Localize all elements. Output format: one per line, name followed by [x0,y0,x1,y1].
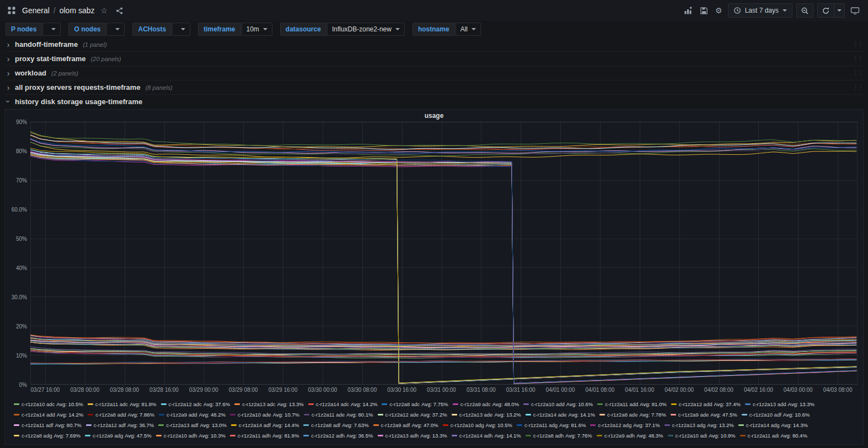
legend-item[interactable]: c-r1z2a8 adiAvg: 7.64% [231,442,296,444]
legend-item[interactable]: c-r1z2a12 adeAvg: 37.2% [378,411,447,418]
legend-item[interactable]: c-r1z2a8 addAvg: 7.86% [88,411,154,418]
dashboards-grid-icon[interactable] [6,3,18,18]
legend-item[interactable]: c-r1z2a11 adgAvg: 81.6% [517,422,586,429]
legend-item[interactable]: c-r1z2a9 adcAvg: 48.0% [453,401,519,408]
legend-item[interactable]: c-r1z2a12 adgAvg: 37.1% [590,422,660,429]
legend-item[interactable]: c-r1z2a14 adiAvg: 14.1% [158,442,226,444]
legend-item[interactable]: c-r1z2a8 adjAvg: 7.84% [730,442,795,444]
variable-value-dropdown[interactable]: All [456,23,481,36]
legend-item[interactable]: c-r1z2a10 adjAvg: 10.5% [369,442,437,444]
legend-item[interactable]: c-r1z2a12 adfAvg: 36.7% [86,422,154,429]
variable-value-dropdown[interactable] [42,23,61,36]
legend-item[interactable]: c-r1z2a13 adiAvg: 13.4% [86,442,154,444]
legend-item[interactable]: c-r1z2a13 adeAvg: 13.2% [452,411,521,418]
variable-label[interactable]: P nodes [6,23,42,36]
legend-item[interactable]: c-r1z2a10 adcAvg: 10.5% [14,401,83,408]
legend-item[interactable]: c-r1z2a11 adeAvg: 80.1% [304,411,373,418]
legend-item[interactable]: c-r1z2a14 adcAvg: 14.2% [308,401,378,408]
variable-label[interactable]: timeframe [198,23,240,36]
legend-item[interactable]: c-r1z2a10 adiAvg: 10.9% [668,432,736,439]
legend-item[interactable]: c-r1z2a9 adhAvg: 48.3% [597,432,663,439]
breadcrumb[interactable]: General / olom sabz [22,6,95,15]
legend-item[interactable]: c-r1z2a14 adhAvg: 14.1% [452,432,521,439]
row-handoff-timeframe[interactable]: › handoff-timeframe (1 panel) ⋮⋮ [4,37,864,52]
variable-label[interactable]: ACHosts [132,23,172,36]
legend-item[interactable]: c-r1z2a12 adhAvg: 36.5% [303,432,373,439]
legend-item[interactable]: c-r1z2a11 adiAvg: 80.4% [740,432,807,439]
panel-title[interactable]: usage [5,110,863,122]
series-name: c-r1z2a11 adg [524,422,558,429]
legend-item[interactable]: c-r1z2a8 adgAvg: 7.69% [14,432,81,439]
legend-item[interactable]: c-r1z2a13 adcAvg: 13.3% [234,401,304,408]
series-name: c-r1z2a12 adi [22,442,53,444]
zoom-out-icon[interactable] [796,3,813,18]
legend-item[interactable]: c-r1z2a13 adhAvg: 13.3% [378,432,447,439]
legend-item[interactable]: c-r1z2a11 adcAvg: 81.8% [88,401,157,408]
row-workload[interactable]: › workload (2 panels) ⋮⋮ [4,66,864,80]
legend-item[interactable]: c-r1z2a13 adjAvg: 13.3% [586,442,653,444]
legend-item[interactable]: c-r1z2a10 addAvg: 10.6% [523,401,593,408]
legend-item[interactable]: c-r1z2a11 adhAvg: 81.9% [230,432,299,439]
dashboard-settings-gear-icon[interactable]: ⚙ [714,3,724,18]
time-range-picker[interactable]: Last 7 days [728,3,792,18]
legend-item[interactable]: c-r1z2a8 adhAvg: 7.76% [526,432,592,439]
drag-handle-icon[interactable]: ⋮⋮ [853,55,862,62]
variable-value-dropdown[interactable]: 10m [242,23,272,36]
row-all-proxy-servers-requests-timeframe[interactable]: › all proxy servers requests-timeframe (… [4,80,864,95]
timeseries-canvas[interactable] [30,122,858,385]
breadcrumb-section[interactable]: General [22,6,50,15]
legend-item[interactable]: c-r1z2a12 adcAvg: 37.6% [161,401,231,408]
legend-item[interactable]: c-r1z2a14 addAvg: 14.2% [14,411,83,418]
legend-item[interactable]: c-r1z2a12 addAvg: 37.4% [671,401,741,408]
chart-plot-area[interactable] [30,122,858,385]
legend-item[interactable]: c-r1z2a9 adeAvg: 47.5% [671,411,737,418]
add-panel-icon[interactable] [682,3,694,18]
legend-item[interactable]: c-r1z2a13 adfAvg: 13.0% [158,422,227,429]
legend-item[interactable]: c-r1z2a14 adfAvg: 14.4% [231,422,299,429]
legend-item[interactable]: c-r1z2a14 adjAvg: 14.1% [658,442,726,444]
legend-item[interactable]: c-r1z2a8 adeAvg: 7.78% [599,411,666,418]
legend-item[interactable]: c-r1z2a11 adfAvg: 80.7% [14,422,82,429]
legend-item[interactable]: c-r1z2a9 adgAvg: 47.5% [85,432,152,439]
variable-value-dropdown[interactable]: InfluxDB-zone2-new [327,23,405,36]
legend-item[interactable]: c-r1z2a14 adgAvg: 14.3% [738,422,808,429]
legend-item[interactable]: c-r1z2a13 addAvg: 13.3% [745,401,815,408]
legend-item[interactable]: c-r1z2a11 addAvg: 81.0% [597,401,666,408]
save-dashboard-icon[interactable] [698,3,710,18]
cycle-view-monitor-icon[interactable] [849,3,861,18]
legend-item[interactable]: c-r1z2a10 adhAvg: 10.3% [156,432,226,439]
star-icon[interactable]: ☆ [99,3,110,18]
x-axis: 03/27 16:0003/28 00:0003/28 08:0003/28 1… [30,385,858,396]
legend-item[interactable]: c-r1z2a8 adfAvg: 7.63% [303,422,368,429]
legend-item[interactable]: c-r1z2a14 adeAvg: 14.1% [526,411,595,418]
variable-value-dropdown[interactable] [106,23,125,36]
row-history-disk-storage-usage-timeframe[interactable]: › history disk storage usage-timeframe [4,95,864,108]
variable-value: All [460,25,468,33]
refresh-interval-dropdown[interactable] [834,3,845,18]
series-avg-value: Avg: 37.4% [714,401,740,408]
series-name: c-r1z2a9 adc [460,401,491,408]
variable-label[interactable]: datasource [280,23,326,36]
share-icon[interactable] [114,3,125,18]
legend-item[interactable]: c-r1z2a10 adfAvg: 10.6% [742,411,810,418]
drag-handle-icon[interactable]: ⋮⋮ [853,41,862,48]
legend-item[interactable]: c-r1z2a13 adgAvg: 13.2% [665,422,734,429]
variable-label[interactable]: hostname [412,23,455,36]
legend-item[interactable]: c-r1z2a9 adfAvg: 47.0% [373,422,438,429]
dashboard-title[interactable]: olom sabz [60,6,95,15]
legend-item[interactable]: c-r1z2a11 adjAvg: 79.4% [441,442,508,444]
legend-item[interactable]: c-r1z2a12 adiAvg: 36.8% [14,442,82,444]
variable-label[interactable]: O nodes [68,23,106,36]
series-avg-value: Avg: 7.76% [565,432,592,439]
legend-item[interactable]: c-r1z2a12 adjAvg: 37.0% [513,442,581,444]
legend-item[interactable]: c-r1z2a9 adiAvg: 47.7% [300,442,365,444]
variable-value-dropdown[interactable] [172,23,190,36]
drag-handle-icon[interactable]: ⋮⋮ [853,84,862,91]
drag-handle-icon[interactable]: ⋮⋮ [853,69,862,77]
refresh-icon[interactable] [817,3,834,18]
legend-item[interactable]: c-r1z2a9 addAvg: 48.2% [159,411,226,418]
legend-item[interactable]: c-r1z2a10 adeAvg: 10.7% [230,411,299,418]
legend-item[interactable]: c-r1z2a10 adgAvg: 10.5% [443,422,512,429]
row-proxy-stat-timeframe[interactable]: › proxy stat-timeframe (20 panels) ⋮⋮ [4,52,864,66]
legend-item[interactable]: c-r1z2a8 adcAvg: 7.75% [382,401,448,408]
